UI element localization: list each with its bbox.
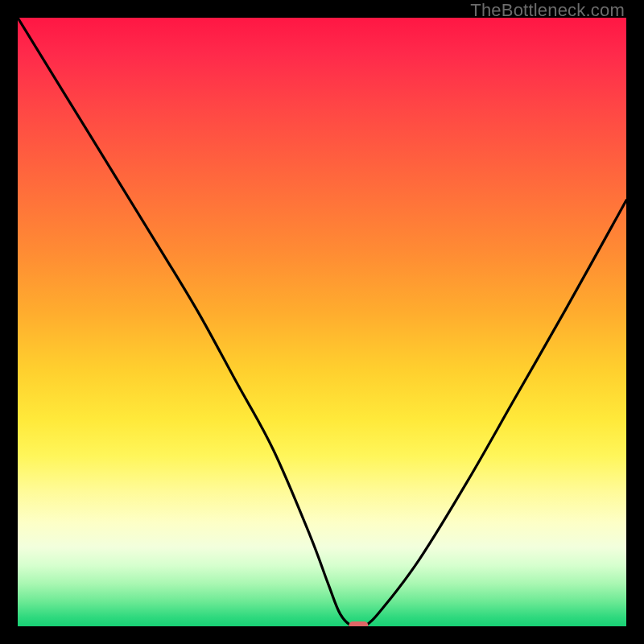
bottleneck-curve — [18, 18, 626, 626]
chart-frame: TheBottleneck.com — [0, 0, 644, 644]
curve-layer — [18, 18, 626, 626]
plot-area — [18, 18, 626, 626]
min-marker — [349, 621, 368, 626]
